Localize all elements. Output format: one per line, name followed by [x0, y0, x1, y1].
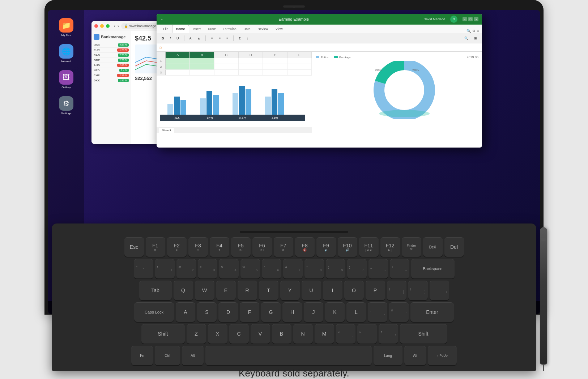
bold-button[interactable]: B [159, 35, 166, 42]
tab-review[interactable]: Review [254, 25, 272, 33]
font-color-button[interactable]: A [187, 35, 194, 42]
sidebar-item-gallery[interactable]: 🖼 Gallery [55, 68, 78, 91]
key-h[interactable]: H [282, 302, 302, 322]
key-lbracket[interactable]: {[ [387, 281, 406, 300]
key-3[interactable]: #3 [198, 259, 217, 278]
sidebar-item-settings[interactable]: ⚙ Settings [55, 94, 78, 117]
key-4[interactable]: $4 [219, 259, 239, 278]
col-b[interactable]: B [190, 52, 214, 58]
sum-button[interactable]: Σ [237, 35, 243, 42]
key-f8[interactable]: F8🔇 [295, 237, 315, 257]
tab-file[interactable]: File [159, 25, 172, 33]
sort-button[interactable]: ↕ [244, 35, 251, 42]
key-w[interactable]: W [195, 281, 214, 300]
key-v[interactable]: V [251, 324, 270, 344]
key-alt-right[interactable]: Alt [404, 346, 426, 365]
back-button[interactable]: ‹ [114, 24, 115, 29]
col-d[interactable]: D [239, 52, 263, 58]
key-f7[interactable]: F7⊗ [274, 237, 293, 257]
key-5[interactable]: %5 [240, 259, 260, 278]
key-shift-left[interactable]: Shift [141, 324, 185, 344]
key-f9[interactable]: F9🔉 [316, 237, 336, 257]
key-slash[interactable]: ?/ [379, 324, 398, 344]
key-f2[interactable]: F2≡ [167, 237, 187, 257]
tab-formulas[interactable]: Formulas [219, 25, 240, 33]
key-f5[interactable]: F5☀- [231, 237, 251, 257]
excel-close-btn[interactable]: × [474, 17, 478, 21]
key-z[interactable]: Z [187, 324, 206, 344]
align-left-button[interactable]: ≡ [209, 35, 215, 42]
key-tilde[interactable]: ~` [134, 259, 153, 278]
sidebar-item-internet[interactable]: 🌐 Internet [55, 42, 78, 65]
key-pgup[interactable]: ↑ PgUp [428, 346, 457, 365]
key-b[interactable]: B [272, 324, 291, 344]
key-8[interactable]: *8 [304, 259, 324, 278]
key-l[interactable]: L [346, 302, 366, 322]
key-y[interactable]: Y [280, 281, 300, 300]
key-quote[interactable]: n' [389, 302, 409, 322]
key-semicolon[interactable]: :; [368, 302, 387, 322]
tab-view[interactable]: View [272, 25, 286, 33]
key-backspace[interactable]: Backspace [411, 259, 455, 278]
key-p[interactable]: P [366, 281, 385, 300]
maximize-btn[interactable] [106, 24, 110, 28]
tab-home[interactable]: Home [172, 25, 189, 33]
key-minus[interactable]: _- [368, 259, 388, 278]
key-alt[interactable]: Alt [182, 346, 204, 365]
key-7[interactable]: &7 [283, 259, 303, 278]
tab-insert[interactable]: Insert [189, 25, 205, 33]
key-n[interactable]: N [293, 324, 313, 344]
key-capslock[interactable]: Caps Lock [134, 302, 174, 322]
excel-maximize-btn[interactable]: □ [468, 17, 473, 21]
key-dex[interactable]: DeX [423, 237, 443, 257]
key-a[interactable]: A [176, 302, 195, 322]
italic-button[interactable]: I [168, 35, 173, 42]
tab-draw[interactable]: Draw [204, 25, 219, 33]
minimize-btn[interactable] [100, 24, 104, 28]
key-ctrl[interactable]: Ctrl [155, 346, 180, 365]
key-g[interactable]: G [261, 302, 281, 322]
key-1[interactable]: !1 [155, 259, 175, 278]
key-f1[interactable]: F1⊞ [146, 237, 165, 257]
key-2[interactable]: @2 [176, 259, 196, 278]
key-6[interactable]: ^6 [262, 259, 281, 278]
align-right-button[interactable]: ≡ [224, 35, 230, 42]
key-esc[interactable]: Esc [124, 237, 144, 257]
forward-button[interactable]: › [118, 24, 119, 29]
align-center-button[interactable]: ≡ [217, 35, 223, 42]
key-comma[interactable]: <, [336, 324, 355, 344]
key-e[interactable]: E [216, 281, 236, 300]
table-button[interactable]: ⊞ [472, 35, 479, 42]
excel-window[interactable]: ← Earning Example David Macleod D − □ × [157, 14, 482, 148]
key-finder[interactable]: Finder⚙ [402, 237, 421, 257]
col-e[interactable]: E [263, 52, 287, 58]
key-j[interactable]: J [304, 302, 323, 322]
key-rbracket[interactable]: }] [408, 281, 428, 300]
key-lang[interactable]: Lang [374, 346, 402, 365]
key-space[interactable] [205, 346, 372, 365]
key-enter[interactable]: Enter [410, 302, 454, 322]
key-f6[interactable]: F6☀+ [252, 237, 272, 257]
key-t[interactable]: T [259, 281, 278, 300]
key-f4[interactable]: F4✦ [210, 237, 229, 257]
key-m[interactable]: M [315, 324, 334, 344]
key-equals[interactable]: += [390, 259, 409, 278]
key-k[interactable]: K [325, 302, 345, 322]
underline-button[interactable]: U [174, 35, 181, 42]
key-fn[interactable]: Fn [131, 346, 153, 365]
sheet1-tab[interactable]: Sheet1 [159, 128, 174, 133]
key-d[interactable]: D [218, 302, 238, 322]
key-0[interactable]: )0 [347, 259, 367, 278]
key-x[interactable]: X [208, 324, 227, 344]
excel-minimize-btn[interactable]: − [463, 17, 467, 21]
key-9[interactable]: (9 [326, 259, 345, 278]
key-tab[interactable]: Tab [139, 281, 172, 300]
search-button[interactable]: 🔍 [462, 35, 470, 42]
key-shift-right[interactable]: Shift [400, 324, 447, 344]
key-s[interactable]: S [197, 302, 217, 322]
key-o[interactable]: O [344, 281, 364, 300]
tab-data[interactable]: Data [240, 25, 254, 33]
excel-back-arrow[interactable]: ← [160, 17, 164, 21]
key-del[interactable]: Del [444, 237, 464, 257]
key-q[interactable]: Q [174, 281, 193, 300]
